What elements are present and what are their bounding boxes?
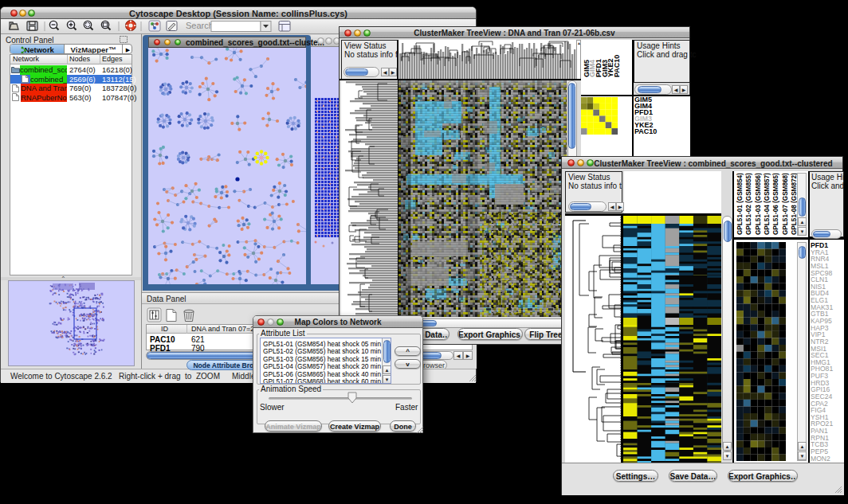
svg-text:GPL51-02 (GSM855): GPL51-02 (GSM855) bbox=[745, 173, 752, 235]
svg-text:GPL51-04 (GSM857): GPL51-04 (GSM857) bbox=[764, 173, 771, 235]
svg-text:GPL51-01 (GSM854): GPL51-01 (GSM854) bbox=[736, 173, 744, 235]
svg-text:GPL51-07 (GSM868): GPL51-07 (GSM868) bbox=[782, 173, 789, 235]
svg-text:PAC10: PAC10 bbox=[613, 55, 621, 77]
svg-text:GPL51-06 (GSM865): GPL51-06 (GSM865) bbox=[772, 173, 779, 235]
svg-text:GPL51-03 (GSM856): GPL51-03 (GSM856) bbox=[755, 173, 762, 235]
svg-text:MON2: MON2 bbox=[811, 455, 830, 463]
